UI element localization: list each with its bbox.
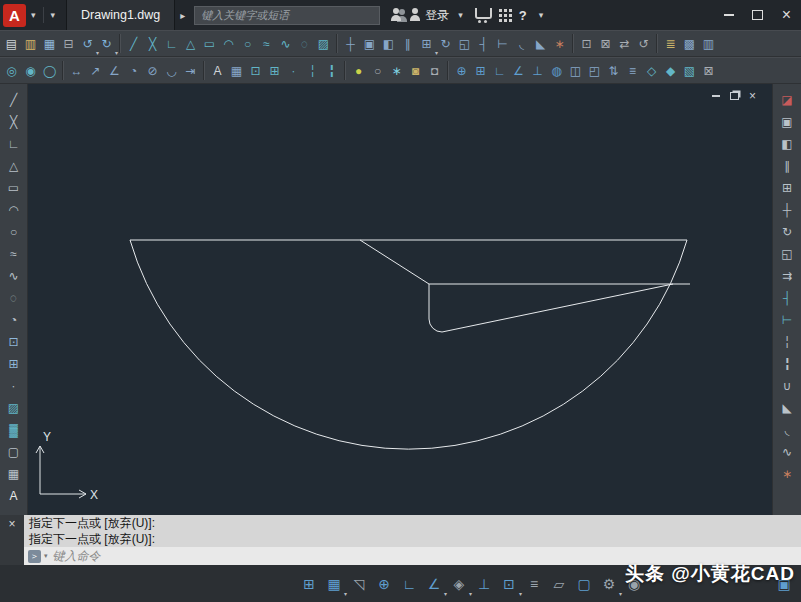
break-icon[interactable]: ╏ xyxy=(775,353,799,375)
gradient-icon[interactable]: ▓ xyxy=(2,419,26,441)
measure-icon[interactable]: ╏ xyxy=(322,59,341,82)
layer-on-icon[interactable]: ● xyxy=(349,59,368,82)
construction-line-icon[interactable]: ╳ xyxy=(2,111,26,133)
extend-icon[interactable]: ⊢ xyxy=(493,32,512,55)
copy-icon[interactable]: ▣ xyxy=(775,111,799,133)
infer-constraints-icon[interactable]: ◹ xyxy=(348,571,370,596)
line-icon[interactable]: ╱ xyxy=(124,32,143,55)
properties-palette-icon[interactable]: ▩ xyxy=(680,32,699,55)
selection-cycling-icon[interactable]: ▢ xyxy=(573,571,595,596)
polyline-icon[interactable]: ∟ xyxy=(2,133,26,155)
edit-hatch-icon[interactable]: ▧ xyxy=(680,59,699,82)
ellipse-arc-icon[interactable]: ◔ xyxy=(2,309,26,331)
ortho-icon[interactable]: ∟ xyxy=(490,59,509,82)
dynamic-input-icon[interactable]: ⊕ xyxy=(373,571,395,596)
recent-commands-caret-icon[interactable]: ▾ xyxy=(44,552,48,560)
rotate-icon[interactable]: ↻ xyxy=(775,221,799,243)
edit-spline-icon[interactable]: ◆ xyxy=(661,59,680,82)
layer-off-icon[interactable]: ○ xyxy=(368,59,387,82)
dim-arc-length-icon[interactable]: ◡ xyxy=(162,59,181,82)
zoom-window-icon[interactable]: ⊡ xyxy=(577,32,596,55)
break-at-point-icon[interactable]: ╎ xyxy=(775,331,799,353)
sign-in-caret-icon[interactable]: ▾ xyxy=(453,10,468,20)
grid-display-icon[interactable]: ⊞ xyxy=(471,59,490,82)
osnap-settings-icon[interactable]: ⊕ xyxy=(452,59,471,82)
overkill-icon[interactable]: ⊠ xyxy=(699,59,718,82)
revcloud-icon[interactable]: ≈ xyxy=(257,32,276,55)
array-icon[interactable]: ⊞▾ xyxy=(417,32,436,55)
circle-icon[interactable]: ○ xyxy=(238,32,257,55)
polyline-icon[interactable]: ∟ xyxy=(162,32,181,55)
lineweight-icon[interactable]: ≡ xyxy=(523,571,545,596)
array-icon[interactable]: ⊞ xyxy=(775,177,799,199)
open-icon[interactable]: ▥ xyxy=(21,32,40,55)
polygon-icon[interactable]: △ xyxy=(181,32,200,55)
ellipse-icon[interactable]: ◌ xyxy=(295,32,314,55)
make-block-icon[interactable]: ⊡ xyxy=(246,59,265,82)
document-tab[interactable]: Drawing1.dwg xyxy=(66,0,175,30)
commandline-close-icon[interactable]: × xyxy=(8,517,15,531)
workspace-switching-icon[interactable]: ⚙▾ xyxy=(598,571,620,596)
circle-center-icon[interactable]: ◯ xyxy=(40,59,59,82)
copy-icon[interactable]: ▣ xyxy=(360,32,379,55)
snap-mode-icon[interactable]: ▦▾ xyxy=(323,571,345,596)
polar-icon[interactable]: ∠ xyxy=(509,59,528,82)
region-icon[interactable]: ▢ xyxy=(2,441,26,463)
dim-diameter-icon[interactable]: ⊘ xyxy=(143,59,162,82)
scale-icon[interactable]: ◱ xyxy=(455,32,474,55)
stretch-icon[interactable]: ⇉ xyxy=(775,265,799,287)
minimize-drawing-icon[interactable] xyxy=(712,95,720,97)
dim-radius-icon[interactable]: ◔ xyxy=(124,59,143,82)
sign-in-button[interactable]: 登录 ▾ xyxy=(409,7,468,24)
explode-icon[interactable]: ∗ xyxy=(775,463,799,485)
offset-icon[interactable]: ∥ xyxy=(775,155,799,177)
drawing-canvas[interactable]: Y X × xyxy=(28,84,772,515)
undo-icon[interactable]: ↺▾ xyxy=(78,32,97,55)
layer-lock-icon[interactable]: ◙ xyxy=(406,59,425,82)
isodraft-icon[interactable]: ◈▾ xyxy=(448,571,470,596)
construction-line-icon[interactable]: ╳ xyxy=(143,32,162,55)
offset-icon[interactable]: ∥ xyxy=(398,32,417,55)
polar-tracking-icon[interactable]: ∠▾ xyxy=(423,571,445,596)
join-icon[interactable]: ∪ xyxy=(775,375,799,397)
command-prompt-icon[interactable]: ＞ xyxy=(28,550,41,563)
erase-icon[interactable]: ◪ xyxy=(775,89,799,111)
trim-icon[interactable]: ┤ xyxy=(775,287,799,309)
ellipse-icon[interactable]: ◌ xyxy=(2,287,26,309)
object-snap-icon[interactable]: ⊡▾ xyxy=(498,571,520,596)
table-icon[interactable]: ▦ xyxy=(227,59,246,82)
point-icon[interactable]: ∙ xyxy=(2,375,26,397)
mirror-icon[interactable]: ◧ xyxy=(379,32,398,55)
qnew-icon[interactable]: ▤ xyxy=(2,32,21,55)
arc-icon[interactable]: ◠ xyxy=(2,199,26,221)
arc-icon[interactable]: ◠ xyxy=(219,32,238,55)
share-users-icon[interactable] xyxy=(390,8,402,22)
edit-polyline-icon[interactable]: ◇ xyxy=(642,59,661,82)
maximize-button[interactable] xyxy=(743,0,772,30)
grid-icon[interactable]: ⊞ xyxy=(298,571,320,596)
notch-polyline-entity[interactable] xyxy=(360,240,673,332)
group-icon[interactable]: ◫ xyxy=(566,59,585,82)
app-menu-caret-icon[interactable]: ▾ xyxy=(26,10,41,20)
search-input[interactable] xyxy=(194,6,380,25)
table-icon[interactable]: ▦ xyxy=(2,463,26,485)
make-block-icon[interactable]: ⊞ xyxy=(2,353,26,375)
point-style-icon[interactable]: ∙ xyxy=(284,59,303,82)
transparency-icon[interactable]: ▱ xyxy=(548,571,570,596)
rectangle-icon[interactable]: ▭ xyxy=(2,177,26,199)
help-icon[interactable]: ? xyxy=(519,8,527,23)
blend-icon[interactable]: ∿ xyxy=(775,441,799,463)
ortho-mode-icon[interactable]: ∟ xyxy=(398,571,420,596)
connected-apps-icon[interactable] xyxy=(499,9,502,12)
match-properties-icon[interactable]: ▥ xyxy=(699,32,718,55)
layer-isolate-icon[interactable]: ◘ xyxy=(425,59,444,82)
ring-icon[interactable]: ◉ xyxy=(21,59,40,82)
donut-icon[interactable]: ◎ xyxy=(2,59,21,82)
spline-icon[interactable]: ∿ xyxy=(276,32,295,55)
app-store-cart-icon[interactable] xyxy=(475,8,492,19)
quick-access-caret-icon[interactable]: ▾ xyxy=(46,10,61,20)
dim-linear-icon[interactable]: ↔ xyxy=(67,59,86,82)
explode-icon[interactable]: ∗ xyxy=(550,32,569,55)
dim-angular-icon[interactable]: ∠ xyxy=(105,59,124,82)
restore-drawing-icon[interactable] xyxy=(730,92,739,100)
